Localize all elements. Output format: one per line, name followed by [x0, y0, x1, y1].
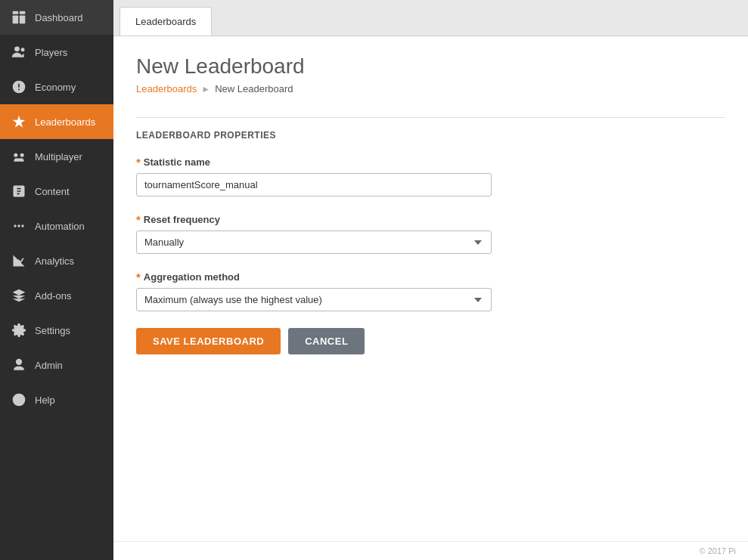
sidebar-label-automation: Automation	[35, 221, 85, 232]
section-title: LEADERBOARD PROPERTIES	[136, 117, 725, 141]
sidebar-label-addons: Add-ons	[35, 290, 71, 302]
aggregation-method-select[interactable]: Maximum (always use the highest value) M…	[136, 288, 492, 311]
svg-rect-1	[20, 11, 26, 14]
cancel-button[interactable]: CANCEL	[288, 328, 365, 354]
form-group-statistic-name: * Statistic name	[136, 156, 725, 196]
svg-rect-3	[20, 16, 26, 24]
dashboard-icon	[11, 9, 27, 26]
sidebar-item-addons[interactable]: Add-ons	[0, 278, 113, 313]
sidebar-label-economy: Economy	[35, 82, 76, 93]
reset-frequency-select[interactable]: Manually Daily Weekly Monthly	[136, 230, 492, 254]
form-group-reset-frequency: * Reset frequency Manually Daily Weekly …	[136, 213, 725, 254]
required-star-1: *	[136, 156, 141, 169]
svg-point-6	[14, 153, 17, 157]
sidebar-label-analytics: Analytics	[35, 255, 74, 267]
addons-icon	[11, 287, 27, 304]
sidebar-item-settings[interactable]: Settings	[0, 313, 113, 348]
content-icon	[11, 183, 27, 200]
page-title: New Leaderboard	[136, 54, 725, 79]
help-icon	[11, 391, 27, 408]
sidebar-item-players[interactable]: Players	[0, 35, 113, 70]
svg-point-9	[17, 224, 20, 227]
leaderboards-icon	[11, 113, 27, 130]
statistic-name-input[interactable]	[136, 173, 492, 196]
breadcrumb-link[interactable]: Leaderboards	[136, 83, 197, 94]
sidebar-item-analytics[interactable]: Analytics	[0, 243, 113, 278]
sidebar: Dashboard Players Economy Leaderboards M…	[0, 0, 113, 560]
players-icon	[11, 44, 27, 60]
sidebar-label-admin: Admin	[35, 360, 63, 371]
button-row: SAVE LEADERBOARD CANCEL	[136, 328, 725, 354]
sidebar-label-leaderboards: Leaderboards	[35, 116, 95, 128]
sidebar-item-multiplayer[interactable]: Multiplayer	[0, 139, 113, 174]
svg-point-5	[21, 48, 25, 51]
sidebar-item-content[interactable]: Content	[0, 174, 113, 209]
footer: © 2017 Pi	[113, 541, 748, 560]
svg-point-4	[14, 47, 20, 52]
save-leaderboard-button[interactable]: SAVE LEADERBOARD	[136, 328, 281, 354]
svg-point-10	[21, 224, 23, 227]
breadcrumb: Leaderboards ► New Leaderboard	[136, 83, 725, 94]
svg-point-7	[20, 153, 24, 157]
sidebar-label-multiplayer: Multiplayer	[35, 151, 82, 162]
sidebar-label-content: Content	[35, 186, 70, 197]
economy-icon	[11, 79, 27, 95]
required-star-2: *	[136, 213, 141, 226]
sidebar-item-economy[interactable]: Economy	[0, 70, 113, 104]
reset-frequency-label: * Reset frequency	[136, 213, 725, 226]
automation-icon	[11, 218, 27, 234]
aggregation-method-label: * Aggregation method	[136, 271, 725, 283]
statistic-name-label: * Statistic name	[136, 156, 725, 169]
sidebar-item-leaderboards[interactable]: Leaderboards	[0, 104, 113, 139]
form-group-aggregation-method: * Aggregation method Maximum (always use…	[136, 271, 725, 311]
footer-text: © 2017 Pi	[700, 546, 736, 555]
admin-icon	[11, 357, 27, 373]
sidebar-label-settings: Settings	[35, 325, 70, 336]
breadcrumb-current: New Leaderboard	[215, 83, 293, 94]
content-area: New Leaderboard Leaderboards ► New Leade…	[113, 36, 748, 541]
breadcrumb-separator: ►	[201, 84, 210, 94]
sidebar-label-help: Help	[35, 394, 55, 406]
sidebar-item-automation[interactable]: Automation	[0, 209, 113, 243]
svg-rect-2	[13, 16, 19, 24]
sidebar-label-dashboard: Dashboard	[35, 12, 83, 23]
sidebar-label-players: Players	[35, 47, 67, 58]
svg-rect-0	[13, 11, 19, 14]
main-area: Leaderboards New Leaderboard Leaderboard…	[113, 0, 748, 560]
tab-leaderboards[interactable]: Leaderboards	[119, 7, 212, 36]
multiplayer-icon	[11, 148, 27, 165]
analytics-icon	[11, 252, 27, 269]
sidebar-item-dashboard[interactable]: Dashboard	[0, 0, 113, 35]
tab-bar: Leaderboards	[113, 0, 748, 36]
settings-icon	[11, 322, 27, 339]
svg-point-8	[14, 224, 16, 227]
sidebar-item-admin[interactable]: Admin	[0, 348, 113, 382]
required-star-3: *	[136, 271, 141, 283]
sidebar-item-help[interactable]: Help	[0, 382, 113, 417]
